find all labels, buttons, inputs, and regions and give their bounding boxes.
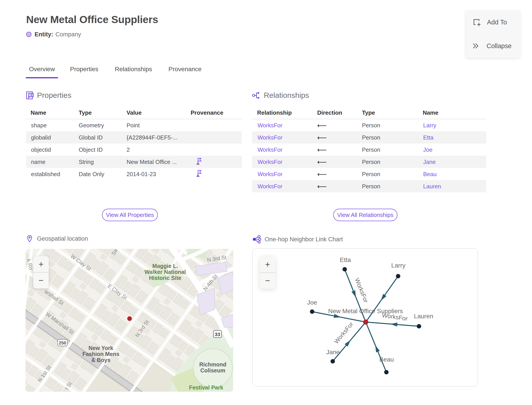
svg-text:Etta: Etta — [340, 256, 351, 263]
svg-text:Festival Park: Festival Park — [189, 384, 223, 391]
svg-text:RichmondColiseum: RichmondColiseum — [199, 361, 226, 373]
svg-text:Joe: Joe — [307, 299, 317, 306]
svg-text:Larry: Larry — [391, 262, 406, 269]
svg-text:Jane: Jane — [326, 349, 340, 356]
svg-text:Lauren: Lauren — [414, 313, 433, 320]
svg-text:WorksFor: WorksFor — [353, 277, 369, 304]
svg-text:Beau: Beau — [379, 356, 394, 363]
svg-text:33: 33 — [215, 331, 220, 337]
svg-text:WorksFor: WorksFor — [381, 312, 408, 322]
svg-text:WorksFor: WorksFor — [333, 321, 355, 345]
svg-text:250: 250 — [59, 340, 66, 345]
